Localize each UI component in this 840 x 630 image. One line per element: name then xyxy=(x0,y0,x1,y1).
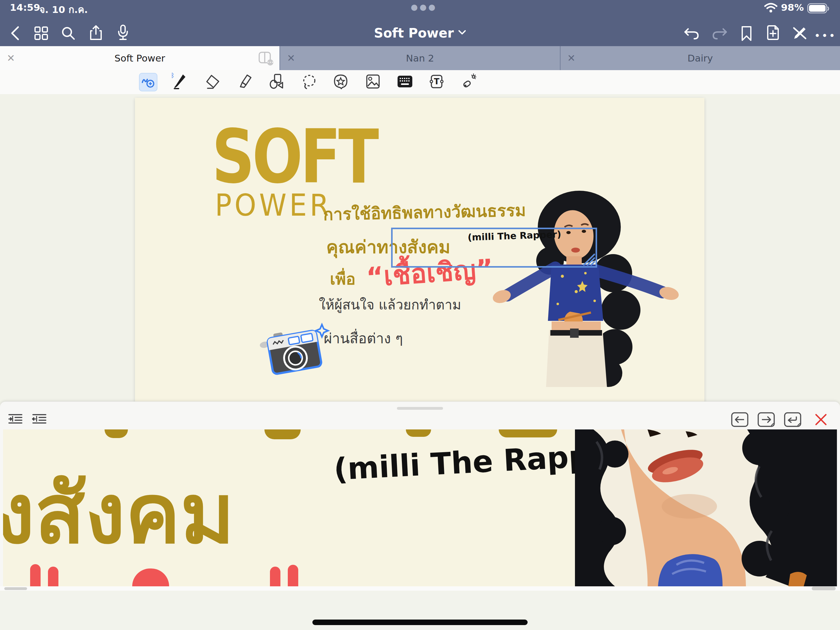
status-date: จ. 10 ก.ค. xyxy=(39,2,88,17)
line-next-button[interactable] xyxy=(758,411,775,428)
tab-label: Dairy xyxy=(687,52,713,64)
tab-close-icon[interactable]: ✕ xyxy=(287,53,295,63)
page-title-soft: SOFT xyxy=(212,120,376,194)
laser-pointer-icon xyxy=(461,74,477,90)
undo-icon xyxy=(684,27,700,41)
indent-decrease-button[interactable] xyxy=(31,411,48,428)
ink-fragment xyxy=(264,429,301,439)
camera-sticker[interactable] xyxy=(258,324,329,380)
wifi-icon xyxy=(764,3,777,14)
image-tool[interactable] xyxy=(364,73,382,91)
redo-icon xyxy=(712,27,728,41)
bookmark-button[interactable] xyxy=(737,24,756,43)
text-icon: T xyxy=(429,74,444,90)
magnified-writing-area[interactable]: (milli The Rapper) งสังคม xyxy=(3,429,837,586)
svg-text:•••: ••• xyxy=(267,60,274,65)
more-button[interactable]: ••• xyxy=(815,26,835,46)
tab-label: Nan 2 xyxy=(406,52,434,64)
arrow-right-box-icon xyxy=(758,412,775,427)
add-page-button[interactable] xyxy=(763,23,783,43)
newline-button[interactable] xyxy=(784,411,801,428)
magnified-photo xyxy=(575,429,837,586)
ink-fragment xyxy=(406,429,431,437)
header-bar: 14:59 จ. 10 ก.ค. ●●● 98% Soft Power xyxy=(0,0,840,46)
ink-fragment xyxy=(499,429,557,437)
highlighter-tool[interactable] xyxy=(236,73,254,91)
page-title-power: POWER xyxy=(215,190,332,220)
sparkle-icon xyxy=(316,324,328,337)
ink-fragment-red xyxy=(48,567,58,586)
shapes-icon xyxy=(269,74,284,90)
tab-soft-power[interactable]: ✕ Soft Power ••• xyxy=(0,46,279,70)
keyboard-icon xyxy=(397,75,413,89)
milli-photo[interactable] xyxy=(478,184,693,388)
svg-text:T: T xyxy=(434,77,439,86)
close-icon xyxy=(814,413,828,426)
tab-label: Soft Power xyxy=(114,52,165,64)
handwriting-black-line1: ให้ผู้สนใจ แล้วยกทำตาม xyxy=(319,297,461,313)
highlighter-icon xyxy=(238,74,253,90)
document-title: Soft Power xyxy=(374,25,454,41)
laser-pointer-tool[interactable] xyxy=(459,73,478,91)
arrow-left-box-icon xyxy=(731,412,748,427)
pen-crossed-icon xyxy=(791,25,807,41)
line-previous-button[interactable] xyxy=(731,411,748,428)
tab-nan-2[interactable]: ✕ Nan 2 xyxy=(279,46,560,70)
stickers-tool[interactable] xyxy=(332,73,350,91)
tab-dairy[interactable]: ✕ Dairy xyxy=(560,46,840,70)
zoom-writing-panel[interactable]: (milli The Rapper) งสังคม xyxy=(0,401,840,591)
eraser-tool[interactable] xyxy=(204,73,222,91)
pen-tool[interactable]: ᛒ xyxy=(171,73,189,91)
return-arrow-box-icon xyxy=(784,412,801,427)
indent-increase-icon xyxy=(8,413,22,426)
shapes-tool[interactable] xyxy=(267,73,286,91)
more-icon: ••• xyxy=(814,30,836,42)
multitasking-dots-icon[interactable]: ●●● xyxy=(411,2,437,12)
battery-percent: 98% xyxy=(781,2,804,13)
ink-fragment-red xyxy=(30,564,41,586)
bluetooth-icon: ᛒ xyxy=(171,72,175,79)
tab-close-icon[interactable]: ✕ xyxy=(7,53,15,63)
magnified-gold-text: งสังคม xyxy=(3,473,235,555)
bottom-background xyxy=(0,590,840,630)
ink-fragment-red xyxy=(132,568,169,586)
scrollbar-thumb[interactable] xyxy=(812,587,836,590)
zoom-writing-icon xyxy=(141,74,155,90)
note-page[interactable]: SOFT POWER การใช้อิทธิพลทางวัฒนธรรม คุณค… xyxy=(135,98,704,408)
lasso-tool[interactable] xyxy=(300,73,318,91)
battery-icon xyxy=(807,3,829,15)
resize-handle-icon[interactable] xyxy=(581,251,595,266)
zoom-writing-tool[interactable] xyxy=(139,73,158,91)
ink-fragment-red xyxy=(270,567,280,586)
ink-fragment xyxy=(104,429,128,438)
stop-editing-button[interactable] xyxy=(789,24,809,43)
indent-increase-button[interactable] xyxy=(7,411,24,428)
ink-fragment-red xyxy=(288,565,298,586)
pen-toolbar: ᛒ T ⌄ xyxy=(0,70,840,95)
keyboard-tool[interactable] xyxy=(396,73,414,91)
home-indicator[interactable] xyxy=(313,619,527,625)
handwriting-gold-word: เพื่อ xyxy=(330,270,355,288)
add-page-icon xyxy=(766,25,779,41)
indent-decrease-icon xyxy=(32,413,46,426)
bookmark-icon xyxy=(741,25,752,41)
redo-button[interactable] xyxy=(710,24,729,44)
tab-close-icon[interactable]: ✕ xyxy=(567,53,576,63)
eraser-icon xyxy=(205,74,221,90)
panel-drag-handle[interactable] xyxy=(397,407,443,410)
handwriting-black-line2: ผ่านสื่อต่าง ๆ xyxy=(324,330,403,347)
panel-close-button[interactable] xyxy=(812,411,829,428)
scrollbar-thumb[interactable] xyxy=(4,587,27,590)
sticker-star-icon xyxy=(333,74,348,90)
text-tool[interactable]: T xyxy=(427,73,446,91)
undo-button[interactable] xyxy=(682,24,702,44)
panel-scrollbar-track[interactable] xyxy=(0,586,840,591)
chevron-down-icon xyxy=(458,30,466,36)
status-time: 14:59 xyxy=(10,2,40,13)
tab-bar: ✕ Soft Power ••• ✕ Nan 2 ✕ Dairy xyxy=(0,46,840,70)
split-view-icon[interactable]: ••• xyxy=(259,51,274,67)
lasso-icon xyxy=(302,74,316,90)
image-icon xyxy=(366,74,380,90)
